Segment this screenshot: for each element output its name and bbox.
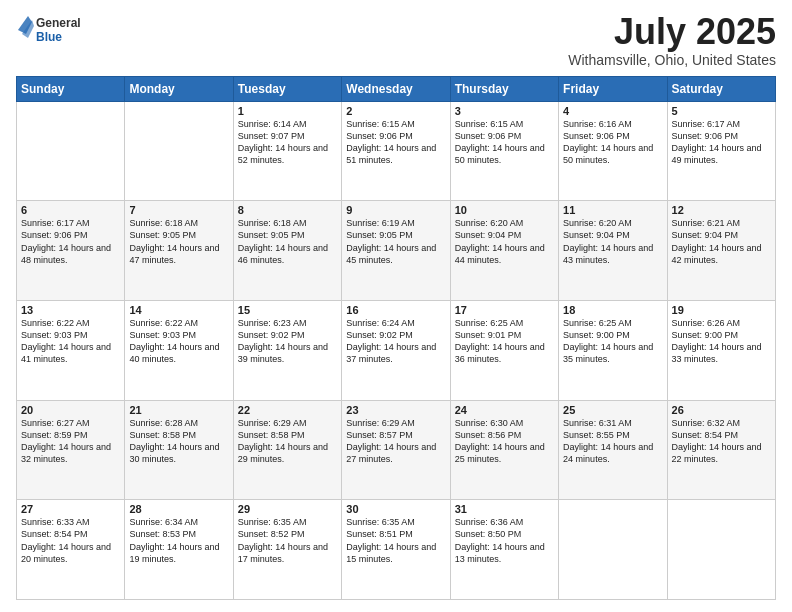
day-info: Sunrise: 6:15 AM Sunset: 9:06 PM Dayligh… xyxy=(346,118,445,167)
day-number: 30 xyxy=(346,503,445,515)
col-sunday: Sunday xyxy=(17,76,125,101)
table-row: 19Sunrise: 6:26 AM Sunset: 9:00 PM Dayli… xyxy=(667,300,775,400)
table-row: 9Sunrise: 6:19 AM Sunset: 9:05 PM Daylig… xyxy=(342,201,450,301)
day-info: Sunrise: 6:36 AM Sunset: 8:50 PM Dayligh… xyxy=(455,516,554,565)
day-info: Sunrise: 6:35 AM Sunset: 8:51 PM Dayligh… xyxy=(346,516,445,565)
table-row: 4Sunrise: 6:16 AM Sunset: 9:06 PM Daylig… xyxy=(559,101,667,201)
day-info: Sunrise: 6:25 AM Sunset: 9:00 PM Dayligh… xyxy=(563,317,662,366)
calendar-week-row: 13Sunrise: 6:22 AM Sunset: 9:03 PM Dayli… xyxy=(17,300,776,400)
day-number: 19 xyxy=(672,304,771,316)
day-info: Sunrise: 6:15 AM Sunset: 9:06 PM Dayligh… xyxy=(455,118,554,167)
day-number: 18 xyxy=(563,304,662,316)
day-number: 20 xyxy=(21,404,120,416)
table-row: 26Sunrise: 6:32 AM Sunset: 8:54 PM Dayli… xyxy=(667,400,775,500)
day-info: Sunrise: 6:18 AM Sunset: 9:05 PM Dayligh… xyxy=(129,217,228,266)
day-info: Sunrise: 6:20 AM Sunset: 9:04 PM Dayligh… xyxy=(455,217,554,266)
table-row: 1Sunrise: 6:14 AM Sunset: 9:07 PM Daylig… xyxy=(233,101,341,201)
table-row: 18Sunrise: 6:25 AM Sunset: 9:00 PM Dayli… xyxy=(559,300,667,400)
day-info: Sunrise: 6:25 AM Sunset: 9:01 PM Dayligh… xyxy=(455,317,554,366)
table-row: 31Sunrise: 6:36 AM Sunset: 8:50 PM Dayli… xyxy=(450,500,558,600)
table-row: 25Sunrise: 6:31 AM Sunset: 8:55 PM Dayli… xyxy=(559,400,667,500)
day-info: Sunrise: 6:30 AM Sunset: 8:56 PM Dayligh… xyxy=(455,417,554,466)
day-number: 12 xyxy=(672,204,771,216)
day-number: 22 xyxy=(238,404,337,416)
table-row: 13Sunrise: 6:22 AM Sunset: 9:03 PM Dayli… xyxy=(17,300,125,400)
col-wednesday: Wednesday xyxy=(342,76,450,101)
table-row: 16Sunrise: 6:24 AM Sunset: 9:02 PM Dayli… xyxy=(342,300,450,400)
table-row: 17Sunrise: 6:25 AM Sunset: 9:01 PM Dayli… xyxy=(450,300,558,400)
title-location: Withamsville, Ohio, United States xyxy=(568,52,776,68)
day-number: 8 xyxy=(238,204,337,216)
day-info: Sunrise: 6:29 AM Sunset: 8:58 PM Dayligh… xyxy=(238,417,337,466)
logo: General Blue xyxy=(16,12,86,48)
day-number: 5 xyxy=(672,105,771,117)
day-number: 7 xyxy=(129,204,228,216)
day-info: Sunrise: 6:33 AM Sunset: 8:54 PM Dayligh… xyxy=(21,516,120,565)
day-info: Sunrise: 6:29 AM Sunset: 8:57 PM Dayligh… xyxy=(346,417,445,466)
day-info: Sunrise: 6:22 AM Sunset: 9:03 PM Dayligh… xyxy=(21,317,120,366)
table-row: 27Sunrise: 6:33 AM Sunset: 8:54 PM Dayli… xyxy=(17,500,125,600)
day-number: 16 xyxy=(346,304,445,316)
table-row: 29Sunrise: 6:35 AM Sunset: 8:52 PM Dayli… xyxy=(233,500,341,600)
day-info: Sunrise: 6:17 AM Sunset: 9:06 PM Dayligh… xyxy=(672,118,771,167)
day-number: 29 xyxy=(238,503,337,515)
table-row: 23Sunrise: 6:29 AM Sunset: 8:57 PM Dayli… xyxy=(342,400,450,500)
table-row xyxy=(125,101,233,201)
day-info: Sunrise: 6:35 AM Sunset: 8:52 PM Dayligh… xyxy=(238,516,337,565)
table-row: 14Sunrise: 6:22 AM Sunset: 9:03 PM Dayli… xyxy=(125,300,233,400)
header: General Blue July 2025 Withamsville, Ohi… xyxy=(16,12,776,68)
table-row xyxy=(667,500,775,600)
day-number: 9 xyxy=(346,204,445,216)
calendar-table: Sunday Monday Tuesday Wednesday Thursday… xyxy=(16,76,776,600)
table-row: 28Sunrise: 6:34 AM Sunset: 8:53 PM Dayli… xyxy=(125,500,233,600)
logo-svg: General Blue xyxy=(16,12,86,48)
table-row xyxy=(559,500,667,600)
day-info: Sunrise: 6:32 AM Sunset: 8:54 PM Dayligh… xyxy=(672,417,771,466)
table-row: 11Sunrise: 6:20 AM Sunset: 9:04 PM Dayli… xyxy=(559,201,667,301)
col-saturday: Saturday xyxy=(667,76,775,101)
day-number: 27 xyxy=(21,503,120,515)
day-info: Sunrise: 6:18 AM Sunset: 9:05 PM Dayligh… xyxy=(238,217,337,266)
title-month: July 2025 xyxy=(568,12,776,52)
day-number: 2 xyxy=(346,105,445,117)
day-info: Sunrise: 6:27 AM Sunset: 8:59 PM Dayligh… xyxy=(21,417,120,466)
col-monday: Monday xyxy=(125,76,233,101)
table-row: 22Sunrise: 6:29 AM Sunset: 8:58 PM Dayli… xyxy=(233,400,341,500)
title-block: July 2025 Withamsville, Ohio, United Sta… xyxy=(568,12,776,68)
day-number: 10 xyxy=(455,204,554,216)
day-number: 1 xyxy=(238,105,337,117)
table-row: 21Sunrise: 6:28 AM Sunset: 8:58 PM Dayli… xyxy=(125,400,233,500)
day-info: Sunrise: 6:21 AM Sunset: 9:04 PM Dayligh… xyxy=(672,217,771,266)
table-row: 12Sunrise: 6:21 AM Sunset: 9:04 PM Dayli… xyxy=(667,201,775,301)
day-number: 26 xyxy=(672,404,771,416)
table-row: 8Sunrise: 6:18 AM Sunset: 9:05 PM Daylig… xyxy=(233,201,341,301)
day-number: 31 xyxy=(455,503,554,515)
col-friday: Friday xyxy=(559,76,667,101)
day-number: 28 xyxy=(129,503,228,515)
table-row: 30Sunrise: 6:35 AM Sunset: 8:51 PM Dayli… xyxy=(342,500,450,600)
day-info: Sunrise: 6:19 AM Sunset: 9:05 PM Dayligh… xyxy=(346,217,445,266)
calendar-week-row: 1Sunrise: 6:14 AM Sunset: 9:07 PM Daylig… xyxy=(17,101,776,201)
page: General Blue July 2025 Withamsville, Ohi… xyxy=(0,0,792,612)
svg-text:General: General xyxy=(36,16,81,30)
table-row: 20Sunrise: 6:27 AM Sunset: 8:59 PM Dayli… xyxy=(17,400,125,500)
day-number: 3 xyxy=(455,105,554,117)
day-info: Sunrise: 6:22 AM Sunset: 9:03 PM Dayligh… xyxy=(129,317,228,366)
table-row: 6Sunrise: 6:17 AM Sunset: 9:06 PM Daylig… xyxy=(17,201,125,301)
day-number: 11 xyxy=(563,204,662,216)
day-number: 14 xyxy=(129,304,228,316)
day-number: 4 xyxy=(563,105,662,117)
table-row: 15Sunrise: 6:23 AM Sunset: 9:02 PM Dayli… xyxy=(233,300,341,400)
day-info: Sunrise: 6:24 AM Sunset: 9:02 PM Dayligh… xyxy=(346,317,445,366)
table-row: 3Sunrise: 6:15 AM Sunset: 9:06 PM Daylig… xyxy=(450,101,558,201)
day-number: 24 xyxy=(455,404,554,416)
day-info: Sunrise: 6:23 AM Sunset: 9:02 PM Dayligh… xyxy=(238,317,337,366)
calendar-week-row: 27Sunrise: 6:33 AM Sunset: 8:54 PM Dayli… xyxy=(17,500,776,600)
table-row: 10Sunrise: 6:20 AM Sunset: 9:04 PM Dayli… xyxy=(450,201,558,301)
calendar-header-row: Sunday Monday Tuesday Wednesday Thursday… xyxy=(17,76,776,101)
day-info: Sunrise: 6:34 AM Sunset: 8:53 PM Dayligh… xyxy=(129,516,228,565)
svg-text:Blue: Blue xyxy=(36,30,62,44)
day-number: 13 xyxy=(21,304,120,316)
table-row: 24Sunrise: 6:30 AM Sunset: 8:56 PM Dayli… xyxy=(450,400,558,500)
day-number: 15 xyxy=(238,304,337,316)
